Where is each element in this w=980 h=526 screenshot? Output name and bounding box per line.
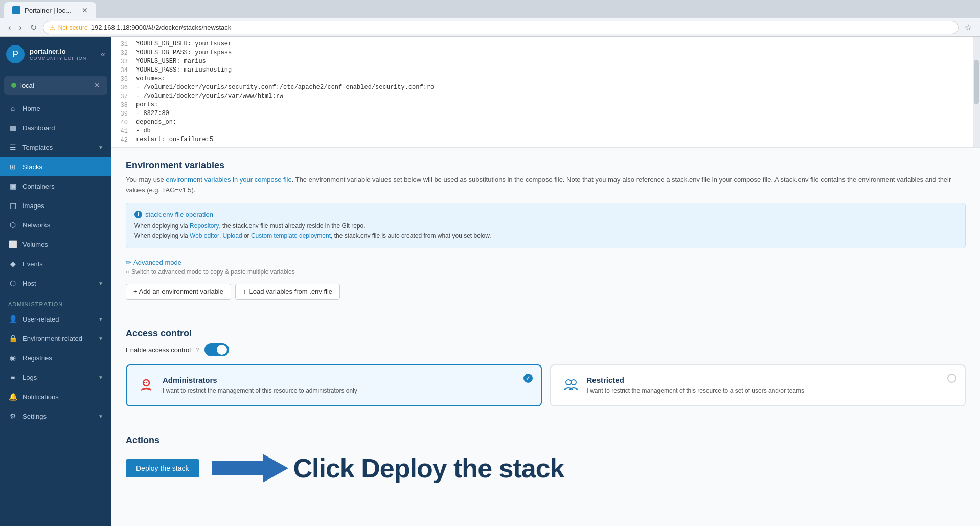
env-desc-start: You may use (126, 176, 166, 184)
line-number: 39 (111, 110, 136, 118)
volumes-icon: ⬜ (8, 240, 17, 249)
env-desc-link[interactable]: environment variables in your compose fi… (166, 176, 291, 184)
back-btn[interactable]: ‹ (6, 21, 13, 34)
reload-btn[interactable]: ↻ (28, 20, 39, 34)
endpoint-item[interactable]: local ✕ (4, 76, 107, 95)
tab-label: Portainer | loc... (25, 7, 71, 14)
address-bar[interactable]: ⚠ Not secure 192.168.1.18:9000/#!/2/dock… (43, 21, 959, 34)
line-content: YOURLS_DB_PASS: yourlspass (136, 49, 980, 56)
code-scrollbar-thumb (974, 60, 979, 104)
code-line: 39 - 8327:80 (111, 109, 980, 118)
load-vars-btn[interactable]: ↑ Load variables from .env file (235, 284, 340, 300)
sidebar-item-host[interactable]: ⬡ Host ▼ (0, 273, 111, 293)
browser-tab-active[interactable]: Portainer | loc... ✕ (4, 2, 96, 18)
user-arrow: ▼ (98, 316, 103, 322)
code-scrollbar[interactable] (973, 37, 980, 147)
code-line: 33 YOURLS_USER: marius (111, 57, 980, 66)
info-line-2: When deploying via Web editor, Upload or… (134, 231, 957, 241)
sidebar-collapse-btn[interactable]: « (101, 50, 105, 59)
add-env-var-btn[interactable]: + Add an environment variable (126, 284, 231, 300)
restricted-card-radio[interactable] (947, 374, 956, 383)
env-variables-section: Environment variables You may use enviro… (111, 148, 980, 300)
code-line: 32 YOURLS_DB_PASS: yourlspass (111, 49, 980, 57)
svg-point-2 (566, 380, 571, 385)
sidebar-item-containers[interactable]: ▣ Containers (0, 176, 111, 196)
line-content: YOURLS_DB_USER: yourlsuser (136, 40, 980, 48)
line-number: 38 (111, 101, 136, 109)
advanced-mode-link[interactable]: ✏ Advanced mode (126, 259, 181, 266)
sidebar-item-templates[interactable]: ☰ Templates ▼ (0, 138, 111, 157)
line-number: 33 (111, 58, 136, 65)
line-number: 40 (111, 119, 136, 126)
sidebar-item-events[interactable]: ◆ Events (0, 254, 111, 273)
browser-tabs: Portainer | loc... ✕ (0, 0, 980, 18)
enable-help-icon: ? (196, 346, 199, 354)
sidebar-item-settings[interactable]: ⚙ Settings ▼ (0, 406, 111, 426)
sidebar-item-dashboard[interactable]: ▦ Dashboard (0, 118, 111, 138)
bookmark-btn[interactable]: ☆ (963, 20, 974, 34)
admin-card-radio[interactable] (523, 374, 533, 383)
restricted-access-card[interactable]: Restricted I want to restrict the manage… (550, 364, 966, 406)
sidebar-item-notifications[interactable]: 🔔 Notifications (0, 387, 111, 406)
switch-hint-icon: ○ (126, 268, 129, 276)
forward-btn[interactable]: › (17, 21, 24, 34)
advanced-mode-label: Advanced mode (133, 259, 181, 266)
line-number: 32 (111, 49, 136, 57)
sidebar-templates-label: Templates (22, 144, 93, 151)
info-box-body: When deploying via Repository, the stack… (134, 221, 957, 241)
sidebar-item-logs[interactable]: ≡ Logs ▼ (0, 368, 111, 387)
restricted-svg-icon (561, 376, 580, 394)
info-link-custom-template[interactable]: Custom template deployment (251, 232, 331, 239)
line-content: ports: (136, 101, 980, 108)
sidebar-item-home[interactable]: ⌂ Home (0, 99, 111, 118)
admin-svg-icon (137, 376, 155, 394)
access-control-toggle[interactable] (204, 343, 229, 356)
env-section-title: Environment variables (126, 160, 966, 171)
stacks-icon: ⊞ (8, 162, 17, 171)
sidebar-item-images[interactable]: ◫ Images (0, 196, 111, 215)
admin-card-icon (137, 376, 155, 394)
security-icon: ⚠ (50, 24, 55, 31)
code-line: 34 YOURLS_PASS: mariushosting (111, 66, 980, 75)
switch-hint: ○ Switch to advanced mode to copy & past… (126, 268, 966, 276)
load-vars-label: Load variables from .env file (249, 288, 332, 295)
info-link-web-editor[interactable]: Web editor (190, 232, 219, 239)
sidebar-item-environment-related[interactable]: 🔒 Environment-related ▼ (0, 329, 111, 348)
line-number: 34 (111, 66, 136, 74)
code-editor-area: 31 YOURLS_DB_USER: yourlsuser32 YOURLS_D… (111, 37, 980, 148)
restricted-card-content: Restricted I want to restrict the manage… (587, 376, 805, 395)
access-cards-container: Administrators I want to restrict the ma… (126, 364, 966, 406)
info-box-title: i stack.env file operation (134, 211, 957, 218)
access-control-title: Access control (126, 328, 966, 339)
sidebar-dashboard-label: Dashboard (22, 124, 103, 132)
sidebar-item-stacks[interactable]: ⊞ Stacks (0, 157, 111, 176)
sidebar-environment-label: Environment-related (22, 335, 93, 342)
info-link-repository[interactable]: Repository (190, 222, 219, 230)
sidebar-registries-label: Registries (22, 354, 103, 362)
sidebar-item-networks[interactable]: ⬡ Networks (0, 215, 111, 235)
environment-arrow: ▼ (98, 336, 103, 341)
admin-access-card[interactable]: Administrators I want to restrict the ma… (126, 364, 542, 406)
endpoint-close-btn[interactable]: ✕ (94, 81, 100, 89)
sidebar-item-registries[interactable]: ◉ Registries (0, 348, 111, 368)
networks-icon: ⬡ (8, 220, 17, 230)
sidebar-images-label: Images (22, 202, 103, 210)
sidebar-stacks-label: Stacks (22, 163, 103, 171)
code-line: 35 volumes: (111, 75, 980, 83)
sidebar-item-user-related[interactable]: 👤 User-related ▼ (0, 309, 111, 329)
info-link-upload[interactable]: Upload (223, 232, 242, 239)
sidebar-logo: P portainer.io COMMUNITY EDITION « (0, 37, 111, 72)
code-line: 42 restart: on-failure:5 (111, 135, 980, 144)
click-annotation: Click Deploy the stack (212, 453, 564, 484)
tab-close-btn[interactable]: ✕ (82, 6, 88, 14)
line-content: depends_on: (136, 119, 980, 126)
logo-brand: portainer.io (30, 48, 86, 56)
line-content: - /volume1/docker/yourls/security.conf:/… (136, 84, 980, 91)
home-icon: ⌂ (8, 104, 17, 113)
logo-text-container: portainer.io COMMUNITY EDITION (30, 48, 86, 61)
advanced-mode-row[interactable]: ✏ Advanced mode (126, 259, 966, 266)
deploy-stack-btn[interactable]: Deploy the stack (126, 459, 199, 477)
sidebar-item-volumes[interactable]: ⬜ Volumes (0, 235, 111, 254)
line-content: restart: on-failure:5 (136, 136, 980, 143)
sidebar-home-label: Home (22, 105, 103, 112)
